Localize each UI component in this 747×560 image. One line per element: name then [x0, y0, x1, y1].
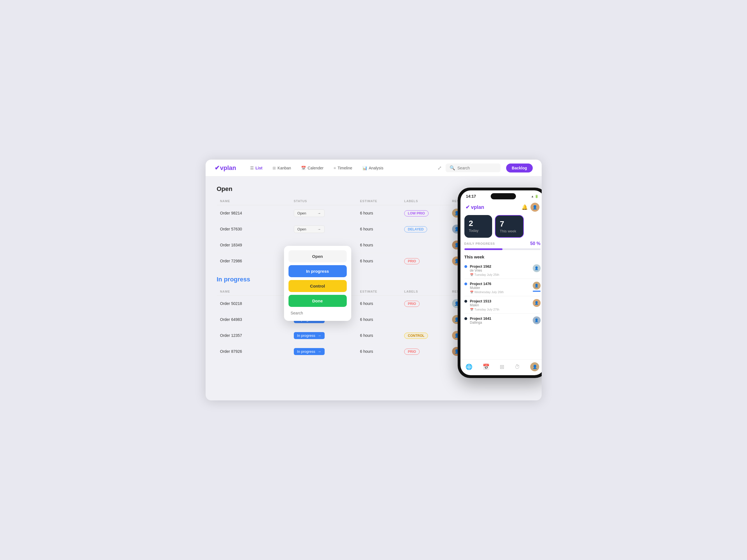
dropdown-search-input[interactable]: [288, 310, 347, 316]
dropdown-open[interactable]: Open: [288, 250, 347, 262]
col-status: STATUS: [290, 197, 357, 205]
col-name: NAME: [217, 197, 290, 205]
row-label: [401, 312, 449, 328]
col-estimate-2: ESTIMATE: [357, 288, 401, 296]
phone-project-right: 👤: [533, 282, 541, 292]
status-badge-inprogress[interactable]: In progress →: [294, 348, 325, 355]
project-dot: [464, 317, 467, 320]
arrow-icon: →: [317, 211, 321, 215]
nav-kanban[interactable]: ⊞ Kanban: [268, 164, 295, 172]
list-icon: ☰: [250, 166, 254, 170]
calendar-icon-sm: 📅: [470, 308, 473, 311]
label-badge: DELAYED: [404, 226, 427, 232]
project-dot: [464, 300, 467, 303]
row-estimate: 6 hours: [357, 205, 401, 221]
row-name: Order 50218: [217, 296, 290, 312]
row-name: Order 64983: [217, 312, 290, 328]
phone-nav-globe[interactable]: 🌐: [465, 364, 472, 370]
nav-timeline[interactable]: ≡ Timeline: [330, 164, 356, 172]
phone-mockup: 14:17 ▲ 🔋 ✔ vplan 🔔 👤: [458, 188, 542, 378]
fullscreen-button[interactable]: ⤢: [436, 163, 443, 173]
col-estimate: ESTIMATE: [357, 197, 401, 205]
phone-header: ✔ vplan 🔔 👤: [461, 201, 542, 215]
backlog-button[interactable]: Backlog: [506, 163, 533, 172]
phone-status-bar: 14:17 ▲ 🔋: [461, 190, 542, 201]
row-name: Order 72986: [217, 253, 290, 269]
phone-nav-grid[interactable]: ⊞: [500, 364, 505, 370]
progress-fill: [464, 248, 503, 250]
phone-nav-avatar[interactable]: 👤: [530, 362, 539, 371]
phone-screen: 14:17 ▲ 🔋 ✔ vplan 🔔 👤: [461, 190, 542, 375]
phone-this-week-label: This week: [461, 254, 542, 262]
phone-notch: [491, 193, 516, 199]
row-label: PRIO: [401, 253, 449, 269]
phone-card-today: 2 Today: [464, 215, 492, 238]
phone-card-week: 7 This week: [495, 215, 524, 238]
phone-project-item: Project 1641 Dallinga 👤: [464, 314, 541, 327]
search-bar[interactable]: 🔍: [446, 163, 500, 172]
phone-user-avatar[interactable]: 👤: [531, 203, 539, 212]
status-dropdown: Open In progress Control Done: [284, 246, 351, 321]
row-status[interactable]: Open →: [290, 221, 357, 237]
row-name: Order 87926: [217, 344, 290, 359]
nav-list[interactable]: ☰ List: [246, 164, 266, 172]
project-avatar: 👤: [533, 299, 541, 307]
phone-project-item: Project 1513 Malen 📅 Tuesday July 27th 👤: [464, 297, 541, 314]
timeline-icon: ≡: [334, 166, 336, 170]
search-input[interactable]: [457, 166, 497, 170]
phone-nav-calendar[interactable]: 📅: [483, 364, 490, 370]
row-estimate: 6 hours: [357, 221, 401, 237]
phone-project-right: 👤: [533, 264, 541, 272]
dropdown-inprogress[interactable]: In progress: [288, 265, 347, 277]
row-label: LOW PRIO: [401, 205, 449, 221]
dropdown-done[interactable]: Done: [288, 295, 347, 307]
status-badge[interactable]: Open →: [294, 225, 325, 233]
row-status[interactable]: In progress →: [290, 344, 357, 359]
phone-bottom-nav: 🌐 📅 ⊞ ⏱ 👤: [461, 359, 542, 375]
project-avatar: 👤: [533, 282, 541, 290]
row-estimate: 6 hours: [357, 312, 401, 328]
row-label: [401, 237, 449, 253]
dropdown-control[interactable]: Control: [288, 280, 347, 292]
bell-icon[interactable]: 🔔: [521, 204, 528, 210]
main-content: Open NAME STATUS ESTIMATE LABELS RESOURC…: [206, 177, 542, 375]
row-status[interactable]: In progress →: [290, 328, 357, 344]
phone-project-left: Project 1562 de Vries 📅 Tuesday July 25t…: [464, 264, 499, 276]
nav-calendar[interactable]: 📅 Calender: [297, 164, 328, 172]
phone-nav-timer[interactable]: ⏱: [515, 364, 520, 370]
row-name: Order 98214: [217, 205, 290, 221]
phone-signal: ▲ 🔋: [531, 195, 539, 198]
navbar: ✔ vplan ☰ List ⊞ Kanban 📅 Calender ≡ Tim…: [206, 160, 542, 177]
phone-project-item: Project 1562 de Vries 📅 Tuesday July 25t…: [464, 262, 541, 279]
phone-logo: ✔ vplan: [465, 204, 484, 210]
nav-analysis[interactable]: 📊 Analysis: [359, 164, 387, 172]
row-estimate: 6 hours: [357, 296, 401, 312]
label-badge: LOW PRIO: [404, 210, 429, 216]
arrow-icon: →: [318, 334, 321, 338]
label-badge: PRIO: [404, 349, 419, 355]
project-avatar: 👤: [533, 264, 541, 272]
phone-project-left: Project 1476 Mulder 📅 Wednesday July 26t…: [464, 282, 504, 294]
phone-header-right: 🔔 👤: [521, 203, 539, 212]
status-badge-inprogress[interactable]: In progress →: [294, 332, 325, 339]
row-name: Order 57630: [217, 221, 290, 237]
project-dot: [464, 265, 467, 268]
label-badge: PRIO: [404, 301, 419, 307]
phone-project-left: Project 1641 Dallinga: [464, 316, 492, 324]
phone-project-list: Project 1562 de Vries 📅 Tuesday July 25t…: [461, 262, 542, 359]
project-progress-bar: [533, 291, 541, 292]
phone-project-left: Project 1513 Malen 📅 Tuesday July 27th: [464, 299, 499, 311]
col-labels: LABELS: [401, 197, 449, 205]
phone-progress-header: DAILY PROGRESS 50 %: [464, 241, 541, 246]
row-label: CONTROL: [401, 328, 449, 344]
label-badge: PRIO: [404, 258, 419, 264]
label-badge: CONTROL: [404, 332, 428, 339]
arrow-icon: →: [317, 227, 321, 231]
status-badge[interactable]: Open →: [294, 209, 325, 217]
row-label: PRIO: [401, 296, 449, 312]
row-label: DELAYED: [401, 221, 449, 237]
phone-time: 14:17: [466, 194, 476, 198]
calendar-icon-sm: 📅: [470, 291, 473, 294]
col-name-2: NAME: [217, 288, 290, 296]
row-status[interactable]: Open →: [290, 205, 357, 221]
